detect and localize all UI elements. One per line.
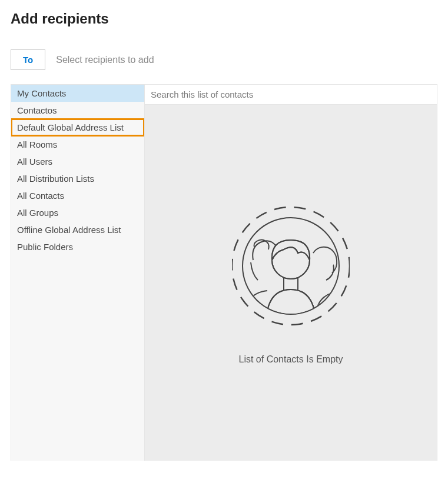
contacts-empty-icon (232, 201, 350, 331)
empty-state: List of Contacts Is Empty (145, 105, 437, 461)
sidebar-item-contactos[interactable]: Contactos (11, 102, 144, 119)
sidebar-item-all-rooms[interactable]: All Rooms (11, 136, 144, 153)
search-input[interactable] (145, 85, 437, 105)
sidebar-item-default-global-address-list[interactable]: Default Global Address List (11, 119, 144, 136)
sidebar-item-all-groups[interactable]: All Groups (11, 204, 144, 221)
sidebar-item-all-contacts[interactable]: All Contacts (11, 187, 144, 204)
recipient-placeholder[interactable]: Select recipients to add (56, 55, 154, 65)
sidebar-item-offline-global-address-list[interactable]: Offline Global Address List (11, 221, 144, 238)
page-title: Add recipients (11, 11, 437, 27)
sidebar-item-my-contacts[interactable]: My Contacts (11, 85, 144, 102)
content-panel: List of Contacts Is Empty (145, 85, 437, 461)
sidebar-item-public-folders[interactable]: Public Folders (11, 238, 144, 255)
to-button[interactable]: To (11, 49, 45, 70)
sidebar-item-all-users[interactable]: All Users (11, 153, 144, 170)
address-list-sidebar: My ContactsContactosDefault Global Addre… (11, 85, 145, 461)
sidebar-item-all-distribution-lists[interactable]: All Distribution Lists (11, 170, 144, 187)
empty-state-text: List of Contacts Is Empty (239, 354, 343, 365)
main-layout: My ContactsContactosDefault Global Addre… (11, 84, 437, 461)
recipient-row: To Select recipients to add (11, 49, 437, 70)
